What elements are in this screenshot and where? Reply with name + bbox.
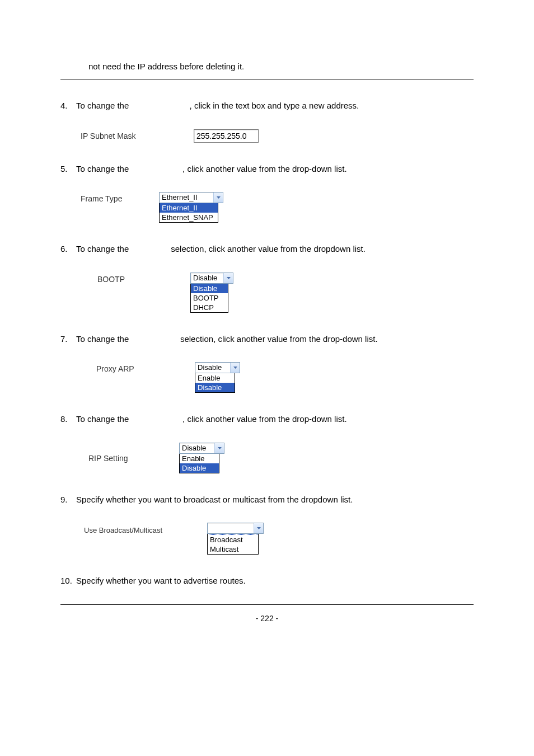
step-number: 7. bbox=[60, 333, 76, 346]
step-number: 4. bbox=[60, 100, 76, 112]
continuation-text: not need the IP address before deleting … bbox=[88, 62, 474, 71]
step-text: To change the selection, click another v… bbox=[76, 333, 474, 346]
step-10: 10. Specify whether you want to advertis… bbox=[60, 575, 474, 588]
label-broadcast-multicast: Use Broadcast/Multicast bbox=[81, 523, 207, 534]
horizontal-rule-bottom bbox=[60, 604, 474, 605]
dropdown-option[interactable]: Enable bbox=[195, 373, 235, 383]
step-number: 6. bbox=[60, 243, 76, 256]
step-number: 10. bbox=[60, 575, 76, 588]
dropdown-option[interactable]: DHCP bbox=[191, 303, 228, 312]
figure-proxy-arp: Proxy ARP Disable Enable Disable bbox=[81, 362, 474, 393]
label-frame-type: Frame Type bbox=[81, 192, 159, 203]
step-text: To change the , click in the text box an… bbox=[76, 100, 474, 112]
dropdown-combo[interactable]: Disable bbox=[195, 362, 240, 373]
dropdown-combo[interactable] bbox=[207, 523, 264, 534]
step-text: Specify whether you want to advertise ro… bbox=[76, 575, 474, 588]
ip-subnet-mask-input[interactable] bbox=[194, 129, 259, 143]
chevron-down-icon[interactable] bbox=[230, 363, 240, 373]
bootp-dropdown[interactable]: Disable Disable BOOTP DHCP bbox=[190, 273, 233, 313]
page: not need the IP address before deleting … bbox=[0, 0, 534, 756]
chevron-down-icon[interactable] bbox=[213, 192, 223, 203]
dropdown-option[interactable]: BOOTP bbox=[191, 293, 228, 303]
dropdown-option[interactable]: Ethernet_SNAP bbox=[160, 213, 218, 222]
step-8: 8. To change the , click another value f… bbox=[60, 413, 474, 426]
step-list: 9. Specify whether you want to broadcast… bbox=[60, 494, 474, 506]
step-text: To change the selection, click another v… bbox=[76, 243, 474, 256]
dropdown-selected-value: Ethernet_II bbox=[160, 192, 213, 203]
figure-ip-subnet: IP Subnet Mask bbox=[81, 129, 474, 143]
label-rip-setting: RIP Setting bbox=[81, 443, 179, 463]
dropdown-combo[interactable]: Ethernet_II bbox=[159, 192, 223, 203]
label-bootp: BOOTP bbox=[81, 273, 190, 284]
broadcast-multicast-dropdown[interactable]: Broadcast Multicast bbox=[207, 523, 264, 555]
step-number: 9. bbox=[60, 494, 76, 506]
figure-rip-setting: RIP Setting Disable Enable Disable bbox=[81, 443, 474, 473]
figure-broadcast-multicast: Use Broadcast/Multicast Broadcast Multic… bbox=[81, 523, 474, 555]
step-text: To change the , click another value from… bbox=[76, 413, 474, 426]
step-6: 6. To change the selection, click anothe… bbox=[60, 243, 474, 256]
dropdown-combo[interactable]: Disable bbox=[190, 273, 233, 284]
dropdown-option[interactable]: Ethernet_II bbox=[160, 203, 218, 213]
step-list: 4. To change the , click in the text box… bbox=[60, 100, 474, 112]
step-list: 10. Specify whether you want to advertis… bbox=[60, 575, 474, 588]
dropdown-selected-value: Disable bbox=[195, 363, 230, 373]
dropdown-option[interactable]: Disable bbox=[191, 284, 228, 293]
dropdown-selected-value: Disable bbox=[191, 273, 223, 283]
chevron-down-icon[interactable] bbox=[223, 273, 233, 283]
figure-bootp: BOOTP Disable Disable BOOTP DHCP bbox=[81, 273, 474, 313]
dropdown-option[interactable]: Multicast bbox=[208, 544, 258, 554]
page-number: - 222 - bbox=[60, 614, 474, 623]
step-9: 9. Specify whether you want to broadcast… bbox=[60, 494, 474, 506]
step-number: 5. bbox=[60, 163, 76, 176]
dropdown-list: Enable Disable bbox=[179, 454, 219, 473]
rip-setting-dropdown[interactable]: Disable Enable Disable bbox=[179, 443, 224, 473]
step-list: 8. To change the , click another value f… bbox=[60, 413, 474, 426]
chevron-down-icon[interactable] bbox=[214, 443, 224, 453]
step-text: Specify whether you want to broadcast or… bbox=[76, 494, 474, 506]
step-7: 7. To change the selection, click anothe… bbox=[60, 333, 474, 346]
dropdown-option[interactable]: Enable bbox=[180, 454, 219, 463]
step-list: 5. To change the , click another value f… bbox=[60, 163, 474, 176]
figure-frame-type: Frame Type Ethernet_II Ethernet_II Ether… bbox=[81, 192, 474, 223]
dropdown-list: Disable BOOTP DHCP bbox=[190, 284, 228, 313]
step-list: 7. To change the selection, click anothe… bbox=[60, 333, 474, 346]
dropdown-option[interactable]: Disable bbox=[195, 383, 235, 392]
step-5: 5. To change the , click another value f… bbox=[60, 163, 474, 176]
chevron-down-icon[interactable] bbox=[254, 523, 263, 533]
dropdown-selected-value bbox=[208, 523, 254, 533]
frame-type-dropdown[interactable]: Ethernet_II Ethernet_II Ethernet_SNAP bbox=[159, 192, 223, 223]
dropdown-selected-value: Disable bbox=[180, 443, 214, 453]
dropdown-option[interactable]: Broadcast bbox=[208, 535, 258, 544]
step-4: 4. To change the , click in the text box… bbox=[60, 100, 474, 112]
dropdown-list: Ethernet_II Ethernet_SNAP bbox=[159, 203, 218, 223]
label-proxy-arp: Proxy ARP bbox=[81, 362, 195, 373]
step-number: 8. bbox=[60, 413, 76, 426]
dropdown-option[interactable]: Disable bbox=[180, 463, 219, 473]
label-ip-subnet-mask: IP Subnet Mask bbox=[81, 129, 194, 140]
dropdown-list: Broadcast Multicast bbox=[207, 534, 259, 555]
proxy-arp-dropdown[interactable]: Disable Enable Disable bbox=[195, 362, 240, 393]
dropdown-list: Enable Disable bbox=[195, 373, 235, 393]
horizontal-rule-top bbox=[60, 79, 474, 79]
step-list: 6. To change the selection, click anothe… bbox=[60, 243, 474, 256]
step-text: To change the , click another value from… bbox=[76, 163, 474, 176]
dropdown-combo[interactable]: Disable bbox=[179, 443, 224, 454]
